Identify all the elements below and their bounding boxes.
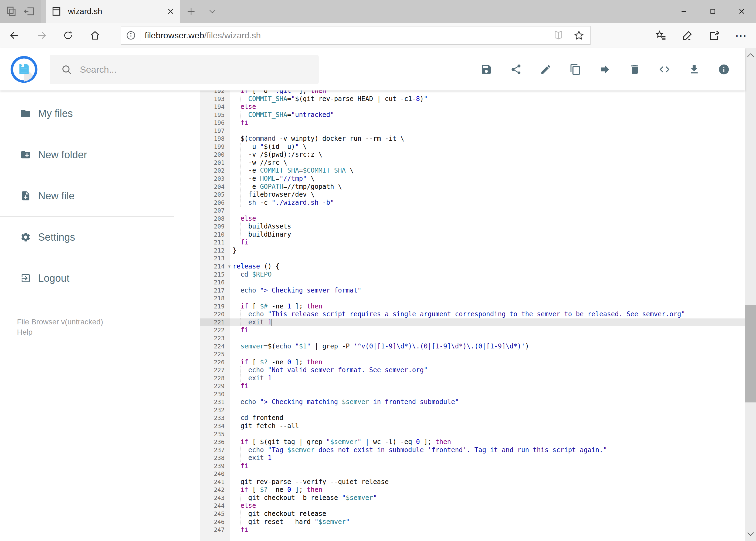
favorite-star-icon[interactable]	[573, 30, 585, 41]
code-line[interactable]: 214▾release () {	[200, 263, 745, 270]
hub-favorites-icon[interactable]	[655, 29, 667, 41]
tab-close-icon[interactable]	[166, 7, 175, 15]
code-button[interactable]	[658, 63, 671, 76]
code-line[interactable]: 196 fi	[200, 119, 745, 127]
help-link[interactable]: Help	[17, 327, 103, 337]
code-line[interactable]: 192 if [ -d ".git" ]; then	[200, 91, 745, 95]
code-line[interactable]: 213	[200, 255, 745, 263]
code-line[interactable]: 227 echo "Not valid semver format. See s…	[200, 366, 745, 374]
info-button[interactable]	[718, 63, 730, 76]
sidebar-item-settings[interactable]: Settings	[0, 217, 200, 258]
code-line[interactable]: 209 buildAssets	[200, 223, 745, 231]
delete-button[interactable]	[629, 63, 641, 76]
code-line[interactable]: 201 -w //src \	[200, 159, 745, 167]
sidebar-item-new-file[interactable]: New file	[0, 175, 200, 216]
code-line[interactable]: 234 git fetch --all	[200, 422, 745, 430]
code-line[interactable]: 225	[200, 350, 745, 358]
annotate-pen-icon[interactable]	[681, 29, 693, 41]
more-options-icon[interactable]: ⋯	[735, 29, 747, 42]
share-button[interactable]	[510, 63, 522, 76]
code-line[interactable]: 205 filebrowser/dev \	[200, 191, 745, 199]
code-line[interactable]: 224 semver=$(echo "$1" | grep -P '^v(0|[…	[200, 342, 745, 350]
new-tab-button[interactable]	[182, 0, 200, 23]
set-tabs-aside-icon[interactable]	[24, 5, 35, 17]
sidebar-item-new-folder[interactable]: New folder	[0, 134, 200, 175]
address-bar[interactable]: filebrowser.web/files/wizard.sh	[121, 26, 591, 45]
browser-tab[interactable]: wizard.sh	[46, 0, 180, 23]
minimize-button[interactable]	[669, 0, 698, 23]
code-line[interactable]: 243 git checkout -b release "$semver"	[200, 494, 745, 502]
sidebar-item-my-files[interactable]: My files	[0, 93, 200, 134]
code-line[interactable]: 228 exit 1	[200, 374, 745, 382]
code-line[interactable]: 240	[200, 470, 745, 478]
code-line[interactable]: 212}	[200, 247, 745, 255]
reading-view-icon[interactable]	[553, 30, 564, 41]
code-line[interactable]: 221 exit 1	[200, 318, 745, 326]
code-line[interactable]: 194 else	[200, 103, 745, 111]
edit-button[interactable]	[540, 63, 552, 76]
code-line[interactable]: 211 fi	[200, 239, 745, 247]
code-line[interactable]: 195 COMMIT_SHA="untracked"	[200, 111, 745, 119]
home-icon[interactable]	[89, 30, 101, 41]
code-line[interactable]: 204 -e GOPATH=//tmp/gopath \	[200, 183, 745, 191]
copy-button[interactable]	[569, 63, 582, 76]
code-line[interactable]: 232	[200, 406, 745, 414]
code-line[interactable]: 246 git reset --hard "$semver"	[200, 518, 745, 526]
page-scrollbar[interactable]	[745, 48, 756, 541]
tab-preview-icon[interactable]	[6, 5, 18, 17]
close-button[interactable]	[727, 0, 756, 23]
search-box[interactable]	[50, 55, 319, 84]
code-line[interactable]: 215 cd $REPO	[200, 270, 745, 279]
code-line[interactable]: 222 fi	[200, 326, 745, 334]
code-line[interactable]: 247 fi	[200, 526, 745, 534]
url-text[interactable]: filebrowser.web/files/wizard.sh	[145, 31, 261, 41]
code-line[interactable]: 219 if [ $# -ne 1 ]; then	[200, 302, 745, 310]
code-line[interactable]: 197	[200, 127, 745, 135]
code-line[interactable]: 235	[200, 430, 745, 438]
code-line[interactable]: 217 echo "> Checking semver format"	[200, 286, 745, 295]
scrollbar-thumb[interactable]	[745, 305, 756, 402]
code-line[interactable]: 236 if [ $(git tag | grep "$semver" | wc…	[200, 438, 745, 446]
filebrowser-logo[interactable]	[11, 56, 38, 83]
code-line[interactable]: 210 buildBinary	[200, 231, 745, 239]
code-line[interactable]: 244 else	[200, 502, 745, 510]
code-editor[interactable]: 192 if [ -d ".git" ]; then193 COMMIT_SHA…	[200, 91, 745, 541]
code-line[interactable]: 199 -u "$(id -u)" \	[200, 143, 745, 151]
move-button[interactable]	[599, 63, 611, 76]
code-line[interactable]: 226 if [ $? -ne 0 ]; then	[200, 358, 745, 366]
refresh-icon[interactable]	[63, 30, 74, 41]
site-info-icon[interactable]	[126, 30, 136, 41]
code-line[interactable]: 241 git rev-parse --verify --quiet relea…	[200, 478, 745, 486]
back-icon[interactable]	[9, 30, 20, 41]
code-line[interactable]: 218	[200, 294, 745, 302]
sidebar-item-logout[interactable]: Logout	[0, 258, 200, 299]
code-line[interactable]: 208 else	[200, 215, 745, 223]
code-line[interactable]: 231 echo "> Checking matching $semver in…	[200, 398, 745, 406]
save-button[interactable]	[480, 63, 493, 76]
share-icon[interactable]	[708, 29, 720, 41]
code-line[interactable]: 220 echo "This release script requires a…	[200, 310, 745, 318]
scroll-down-icon[interactable]	[747, 531, 755, 537]
code-line[interactable]: 233 cd frontend	[200, 414, 745, 422]
code-line[interactable]: 239 fi	[200, 462, 745, 470]
code-line[interactable]: 230	[200, 390, 745, 398]
forward-icon[interactable]	[36, 30, 47, 41]
code-line[interactable]: 207	[200, 207, 745, 215]
code-line[interactable]: 202 -e COMMIT_SHA=$COMMIT_SHA \	[200, 167, 745, 175]
download-button[interactable]	[688, 63, 700, 76]
code-line[interactable]: 229 fi	[200, 382, 745, 390]
search-input[interactable]	[80, 64, 296, 75]
code-line[interactable]: 206 sh -c "./wizard.sh -b"	[200, 199, 745, 207]
code-line[interactable]: 223	[200, 334, 745, 342]
code-line[interactable]: 245 git checkout release	[200, 510, 745, 518]
tab-list-chevron-icon[interactable]	[204, 0, 221, 23]
code-line[interactable]: 203 -e HOME="//tmp" \	[200, 175, 745, 183]
code-line[interactable]: 242 if [ $? -ne 0 ]; then	[200, 486, 745, 494]
code-line[interactable]: 238 exit 1	[200, 454, 745, 462]
scroll-up-icon[interactable]	[747, 52, 755, 58]
maximize-button[interactable]	[698, 0, 727, 23]
code-line[interactable]: 237 echo "Tag $semver does not exist in …	[200, 446, 745, 454]
code-line[interactable]: 198 $(command -v winpty) docker run --rm…	[200, 135, 745, 143]
code-line[interactable]: 193 COMMIT_SHA="$(git rev-parse HEAD | c…	[200, 95, 745, 103]
code-line[interactable]: 216	[200, 278, 745, 286]
